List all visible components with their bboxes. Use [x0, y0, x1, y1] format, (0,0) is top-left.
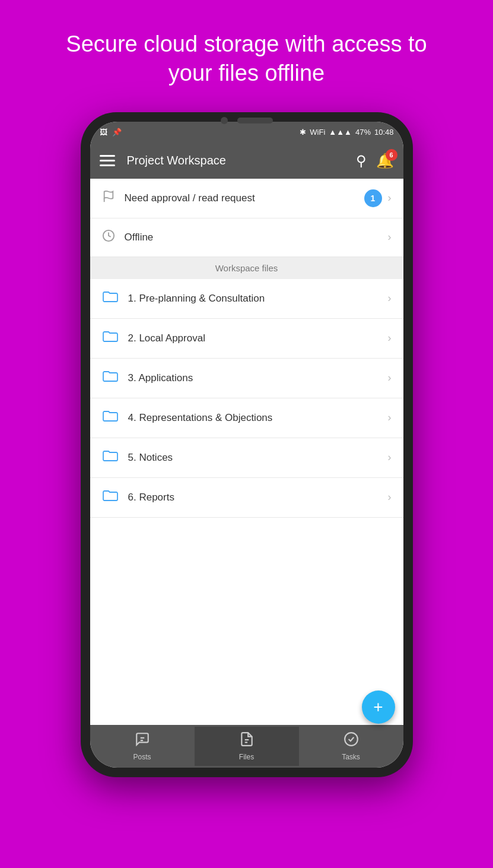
hero-title: Secure cloud storage with access to your… — [0, 0, 493, 106]
app-bar-title: Project Workspace — [127, 154, 349, 167]
folder-3-icon — [102, 369, 119, 387]
folder-4-label: 4. Representations & Objections — [128, 412, 388, 424]
folder-5-icon — [102, 449, 119, 467]
battery-text: 47% — [355, 128, 371, 137]
need-approval-label: Need approval / read request — [125, 192, 364, 204]
signal-icon: ▲▲▲ — [329, 128, 352, 137]
speaker-grill — [237, 118, 273, 123]
folder-3-chevron: › — [388, 372, 392, 384]
need-approval-chevron: › — [388, 192, 392, 204]
folder-2-icon — [102, 330, 119, 347]
nav-files[interactable]: Files — [195, 727, 299, 766]
notification-badge: 6 — [386, 149, 397, 161]
phone-notch — [221, 117, 273, 124]
time-text: 10:48 — [374, 128, 394, 137]
tasks-label: Tasks — [342, 753, 360, 761]
files-icon — [239, 731, 255, 750]
pin-status-icon: 📌 — [112, 128, 122, 137]
search-icon[interactable]: ⚲ — [356, 153, 367, 169]
folder-4-chevron: › — [388, 411, 392, 424]
status-right-info: ✱ WiFi ▲▲▲ 47% 10:48 — [300, 128, 393, 137]
image-status-icon: 🖼 — [100, 128, 107, 137]
files-label: Files — [239, 753, 254, 761]
content-area: Need approval / read request 1 › Offline… — [90, 179, 403, 725]
hamburger-line-1 — [100, 155, 115, 157]
folder-6-label: 6. Reports — [128, 492, 388, 503]
posts-icon — [135, 731, 150, 750]
phone-screen: 🖼 📌 ✱ WiFi ▲▲▲ 47% 10:48 Proje — [90, 122, 403, 768]
folder-item-6[interactable]: 6. Reports › — [90, 478, 403, 518]
folder-item-3[interactable]: 3. Applications › — [90, 359, 403, 398]
folder-item-1[interactable]: 1. Pre-planning & Consultation › — [90, 279, 403, 319]
folder-1-label: 1. Pre-planning & Consultation — [128, 293, 388, 305]
folder-1-chevron: › — [388, 292, 392, 305]
folder-5-label: 5. Notices — [128, 452, 388, 464]
list-item-offline[interactable]: Offline › — [90, 218, 403, 257]
app-bar-action-icons: ⚲ 🔔 6 — [356, 153, 394, 169]
status-left-icons: 🖼 📌 — [100, 128, 122, 137]
folder-5-chevron: › — [388, 451, 392, 464]
folder-3-label: 3. Applications — [128, 372, 388, 384]
phone-device: 🖼 📌 ✱ WiFi ▲▲▲ 47% 10:48 Proje — [81, 112, 413, 777]
hamburger-line-2 — [100, 160, 115, 161]
folder-1-icon — [102, 290, 119, 308]
offline-chevron: › — [388, 231, 392, 243]
nav-posts[interactable]: Posts — [90, 727, 195, 766]
bottom-navigation: Posts Files — [90, 725, 403, 768]
phone-body: 🖼 📌 ✱ WiFi ▲▲▲ 47% 10:48 Proje — [81, 112, 413, 777]
folder-4-icon — [102, 409, 119, 427]
offline-label: Offline — [125, 232, 388, 243]
folder-6-icon — [102, 489, 119, 506]
svg-point-6 — [345, 733, 358, 746]
fab-add-button[interactable]: + — [362, 690, 395, 724]
app-bar: Project Workspace ⚲ 🔔 6 — [90, 143, 403, 179]
folder-2-chevron: › — [388, 332, 392, 344]
hamburger-menu[interactable] — [100, 155, 115, 166]
nav-tasks[interactable]: Tasks — [299, 727, 403, 766]
list-item-need-approval[interactable]: Need approval / read request 1 › — [90, 179, 403, 218]
need-approval-badge: 1 — [364, 189, 382, 207]
folder-6-chevron: › — [388, 491, 392, 503]
notification-button[interactable]: 🔔 6 — [376, 153, 394, 169]
bluetooth-icon: ✱ — [300, 128, 306, 137]
flag-icon — [102, 190, 115, 207]
folder-item-4[interactable]: 4. Representations & Objections › — [90, 398, 403, 438]
status-bar: 🖼 📌 ✱ WiFi ▲▲▲ 47% 10:48 — [90, 122, 403, 143]
folder-2-label: 2. Local Approval — [128, 332, 388, 344]
folder-item-2[interactable]: 2. Local Approval › — [90, 319, 403, 359]
workspace-files-header: Workspace files — [90, 257, 403, 279]
wifi-icon: WiFi — [310, 128, 325, 137]
clock-icon — [102, 229, 115, 246]
camera-dot — [221, 117, 228, 124]
posts-label: Posts — [133, 753, 151, 761]
tasks-icon — [343, 731, 359, 750]
folder-item-5[interactable]: 5. Notices › — [90, 438, 403, 478]
hamburger-line-3 — [100, 164, 115, 166]
